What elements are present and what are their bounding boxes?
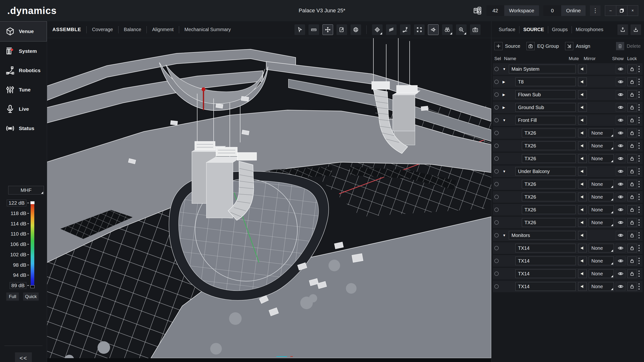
row-drag-handle[interactable] xyxy=(638,219,641,226)
select-radio[interactable] xyxy=(494,259,499,263)
row-drag-handle[interactable] xyxy=(638,79,641,85)
spl-color-scale[interactable] xyxy=(31,203,34,287)
unlock-button[interactable] xyxy=(627,142,637,150)
delete-button[interactable] xyxy=(616,42,624,50)
mirror-dropdown[interactable]: None xyxy=(589,282,614,291)
select-radio[interactable] xyxy=(494,144,499,148)
table-row[interactable]: ▼ Main System xyxy=(493,63,642,75)
table-row[interactable]: TX26 None xyxy=(493,191,642,203)
source-name-input[interactable]: Flown Sub xyxy=(515,90,576,99)
export-view-button[interactable] xyxy=(336,24,347,35)
unlock-button[interactable] xyxy=(627,256,637,265)
select-radio[interactable] xyxy=(494,105,499,110)
restore-button[interactable] xyxy=(616,5,627,16)
select-radio[interactable] xyxy=(494,80,499,84)
sidebar-item-system[interactable]: System xyxy=(0,42,47,61)
source-name-input[interactable]: TX14 xyxy=(515,282,576,291)
expander-toggle[interactable]: ▶ xyxy=(502,106,509,109)
expander-toggle[interactable]: ▶ xyxy=(502,93,509,96)
visibility-eye-button[interactable] xyxy=(616,154,626,163)
tab-mechanical-summary[interactable]: Mechanical Summary xyxy=(179,27,236,32)
assign-label[interactable]: Assign xyxy=(576,44,590,49)
mute-button[interactable] xyxy=(578,192,587,201)
table-row[interactable]: TX14 None xyxy=(493,268,642,280)
sidebar-item-live[interactable]: Live xyxy=(0,100,47,119)
table-row[interactable]: ▼ Monitors xyxy=(493,230,642,241)
table-row[interactable]: ▶ Flown Sub xyxy=(493,89,642,100)
minimize-button[interactable]: – xyxy=(605,5,616,16)
close-button[interactable]: × xyxy=(627,5,638,16)
mute-button[interactable] xyxy=(578,65,587,73)
visibility-eye-button[interactable] xyxy=(616,244,626,252)
mirror-dropdown[interactable]: None xyxy=(589,129,614,137)
visibility-eye-button[interactable] xyxy=(616,65,626,73)
parallel-lines-button[interactable] xyxy=(386,24,396,35)
row-drag-handle[interactable] xyxy=(638,143,641,149)
mute-button[interactable] xyxy=(578,205,587,214)
source-name-input[interactable]: TX26 xyxy=(522,218,576,227)
visibility-eye-button[interactable] xyxy=(616,256,626,265)
table-row[interactable]: TX26 None xyxy=(493,127,642,139)
visibility-eye-button[interactable] xyxy=(616,180,626,188)
sidebar-item-robotics[interactable]: Robotics xyxy=(0,61,47,80)
ruler-tool-button[interactable] xyxy=(308,24,319,35)
mirror-dropdown[interactable]: None xyxy=(589,180,614,188)
unlock-button[interactable] xyxy=(627,65,637,73)
scale-max-handle[interactable] xyxy=(30,201,34,204)
visibility-eye-button[interactable] xyxy=(616,142,626,150)
select-radio[interactable] xyxy=(494,118,499,122)
table-row[interactable]: TX26 None xyxy=(493,178,642,190)
mute-button[interactable] xyxy=(578,244,587,252)
row-drag-handle[interactable] xyxy=(638,130,641,136)
unlock-button[interactable] xyxy=(627,231,637,240)
visibility-eye-button[interactable] xyxy=(616,90,626,99)
mute-button[interactable] xyxy=(578,167,587,176)
mute-button[interactable] xyxy=(578,282,587,291)
expander-toggle[interactable]: ▼ xyxy=(502,118,509,122)
solid-view-dropdown-button[interactable] xyxy=(372,24,382,35)
expander-toggle[interactable]: ▼ xyxy=(502,170,509,173)
visibility-eye-button[interactable] xyxy=(616,282,626,291)
source-name-input[interactable]: Front Fill xyxy=(515,116,576,124)
row-drag-handle[interactable] xyxy=(638,232,641,238)
mute-button[interactable] xyxy=(578,103,587,112)
tab-coverage[interactable]: Coverage xyxy=(87,27,118,32)
tab-groups[interactable]: Groups xyxy=(548,27,572,32)
unlock-button[interactable] xyxy=(627,282,637,291)
sidebar-item-tune[interactable]: Tune xyxy=(0,80,47,100)
source-name-input[interactable]: Under Balcony xyxy=(515,167,576,176)
unlock-button[interactable] xyxy=(627,244,637,252)
unlock-button[interactable] xyxy=(627,218,637,227)
mute-button[interactable] xyxy=(578,256,587,265)
sidebar-item-status[interactable]: Status xyxy=(0,119,47,138)
tab-source[interactable]: SOURCE xyxy=(520,27,548,32)
unlock-button[interactable] xyxy=(627,103,637,112)
row-drag-handle[interactable] xyxy=(638,66,641,72)
select-radio[interactable] xyxy=(494,284,499,289)
visibility-eye-button[interactable] xyxy=(616,167,626,176)
source-name-input[interactable]: T8 xyxy=(515,78,576,86)
add-source-button[interactable] xyxy=(494,42,502,50)
select-radio[interactable] xyxy=(494,233,499,238)
row-drag-handle[interactable] xyxy=(638,258,641,264)
unlock-button[interactable] xyxy=(627,116,637,124)
row-drag-handle[interactable] xyxy=(638,156,641,162)
source-name-input[interactable]: TX14 xyxy=(515,269,576,278)
binoculars-dropdown-button[interactable] xyxy=(442,24,452,35)
mirror-dropdown[interactable]: None xyxy=(589,192,614,201)
mute-button[interactable] xyxy=(578,180,587,188)
source-name-input[interactable]: TX26 xyxy=(522,205,576,214)
mute-button[interactable] xyxy=(578,231,587,240)
import-button[interactable] xyxy=(630,24,641,35)
table-row[interactable]: TX26 None xyxy=(493,204,642,216)
eq-group-label[interactable]: EQ Group xyxy=(537,44,559,49)
table-row[interactable]: TX14 None xyxy=(493,281,642,292)
table-row[interactable]: TX26 None xyxy=(493,153,642,164)
select-radio[interactable] xyxy=(494,208,499,212)
row-drag-handle[interactable] xyxy=(638,92,641,98)
speaker-aim-button[interactable] xyxy=(428,24,438,35)
mute-button[interactable] xyxy=(578,78,587,86)
source-name-input[interactable]: TX26 xyxy=(522,192,576,201)
workspace-pill[interactable]: 42 Workspace xyxy=(486,5,539,16)
menu-kebab-button[interactable]: ⋮ xyxy=(590,5,600,16)
